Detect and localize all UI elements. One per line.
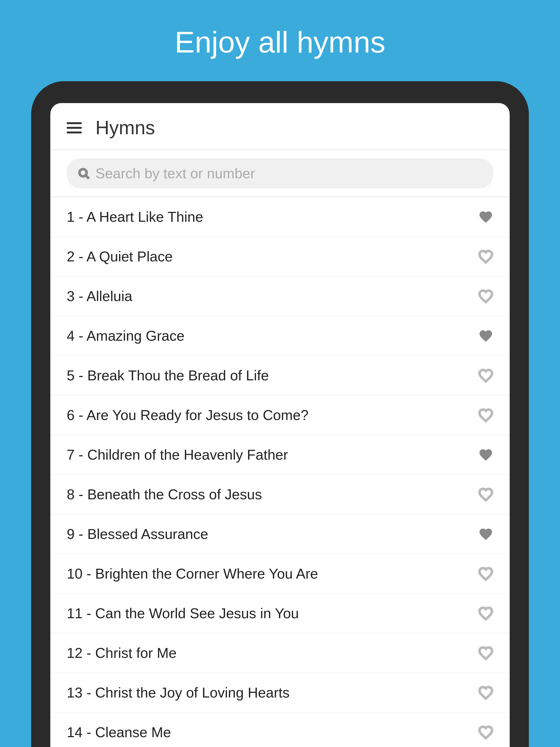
heart-icon[interactable] [478,289,493,304]
heart-icon[interactable] [478,685,493,700]
app-title: Hymns [96,117,155,138]
hymn-title: 6 - Are You Ready for Jesus to Come? [67,407,309,423]
hymn-title: 7 - Children of the Heavenly Father [67,446,288,463]
heart-icon[interactable] [478,328,493,343]
hymn-title: 10 - Brighten the Corner Where You Are [67,565,318,582]
list-item[interactable]: 9 - Blessed Assurance [50,514,510,554]
svg-point-0 [80,169,87,176]
hymn-title: 8 - Beneath the Cross of Jesus [67,486,262,503]
hymn-title: 12 - Christ for Me [67,645,177,661]
hymn-title: 4 - Amazing Grace [67,328,184,344]
hymn-title: 5 - Break Thou the Bread of Life [67,367,269,384]
heart-icon[interactable] [478,249,493,264]
list-item[interactable]: 10 - Brighten the Corner Where You Are [50,554,510,594]
hymn-title: 13 - Christ the Joy of Loving Hearts [67,685,289,701]
heart-icon[interactable] [478,368,493,383]
heart-icon[interactable] [478,447,493,462]
hymn-title: 3 - Alleluia [67,288,132,304]
search-bar[interactable]: Search by text or number [67,158,493,188]
list-item[interactable]: 4 - Amazing Grace [50,316,510,356]
svg-line-1 [86,176,89,179]
app-screen: Hymns Search by text or number 1 - A Hea… [50,103,510,747]
list-item[interactable]: 11 - Can the World See Jesus in You [50,594,510,633]
hymn-title: 9 - Blessed Assurance [67,526,208,542]
list-item[interactable]: 14 - Cleanse Me [50,713,510,747]
list-item[interactable]: 3 - Alleluia [50,277,510,316]
list-item[interactable]: 8 - Beneath the Cross of Jesus [50,475,510,514]
heart-icon[interactable] [478,209,493,225]
app-header: Hymns [50,103,510,150]
menu-button[interactable] [67,122,82,133]
page-title: Enjoy all hymns [175,25,385,59]
hymn-title: 14 - Cleanse Me [67,724,171,741]
search-icon [78,168,90,180]
hymn-title: 1 - A Heart Like Thine [67,209,203,225]
heart-icon[interactable] [478,408,493,423]
list-item[interactable]: 13 - Christ the Joy of Loving Hearts [50,673,510,713]
hymn-title: 11 - Can the World See Jesus in You [67,605,299,621]
list-item[interactable]: 5 - Break Thou the Bread of Life [50,356,510,395]
list-item[interactable]: 2 - A Quiet Place [50,237,510,277]
heart-icon[interactable] [478,566,493,581]
search-container: Search by text or number [50,150,510,197]
heart-icon[interactable] [478,606,493,621]
heart-icon[interactable] [478,526,493,542]
list-item[interactable]: 7 - Children of the Heavenly Father [50,435,510,475]
hymn-title: 2 - A Quiet Place [67,248,173,265]
heart-icon[interactable] [478,487,493,502]
search-placeholder: Search by text or number [96,165,255,182]
list-item[interactable]: 1 - A Heart Like Thine [50,197,510,237]
list-item[interactable]: 6 - Are You Ready for Jesus to Come? [50,395,510,435]
list-item[interactable]: 12 - Christ for Me [50,633,510,673]
hymns-list: 1 - A Heart Like Thine2 - A Quiet Place3… [50,197,510,747]
heart-icon[interactable] [478,725,493,740]
device-frame: Hymns Search by text or number 1 - A Hea… [31,81,529,747]
heart-icon[interactable] [478,646,493,661]
